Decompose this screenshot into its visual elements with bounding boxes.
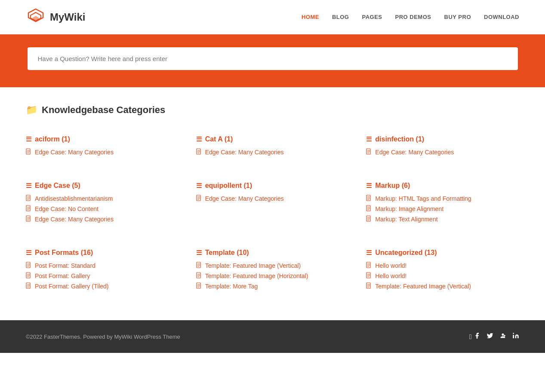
category-items: Hello world! Hello world! Template: Feat… <box>366 262 519 290</box>
nav-home[interactable]: HOME <box>302 14 319 20</box>
list-item: Markup: Text Alignment <box>366 215 519 223</box>
google-plus-icon[interactable] <box>499 332 506 341</box>
list-item: Post Format: Gallery <box>26 272 179 280</box>
logo[interactable]: MyWiki <box>26 7 85 27</box>
doc-icon <box>26 282 31 290</box>
search-bar <box>28 47 518 70</box>
list-item: Template: Featured Image (Vertical) <box>196 262 349 270</box>
doc-icon <box>196 272 202 280</box>
search-input[interactable] <box>38 55 508 62</box>
doc-icon <box>26 205 31 213</box>
list-icon: ☰ <box>366 249 372 257</box>
list-icon: ☰ <box>196 249 202 257</box>
list-item: Template: Featured Image (Vertical) <box>366 282 519 290</box>
doc-icon <box>26 215 31 223</box>
hero-section <box>0 34 545 87</box>
category-block: ☰ Markup (6) Markup: HTML Tags and Forma… <box>366 178 519 227</box>
list-item: Post Format: Gallery (Tiled) <box>26 282 179 290</box>
category-item-link[interactable]: Edge Case: Many Categories <box>35 216 114 223</box>
doc-icon <box>196 282 202 290</box>
category-item-link[interactable]: Edge Case: No Content <box>35 205 99 212</box>
category-item-link[interactable]: Post Format: Gallery <box>35 273 90 279</box>
category-block: ☰ aciform (1) Edge Case: Many Categories <box>26 131 179 160</box>
category-name[interactable]: ☰ Cat A (1) <box>196 135 349 143</box>
list-item: Edge Case: Many Categories <box>196 195 349 202</box>
list-item: Post Format: Standard <box>26 262 179 270</box>
category-item-link[interactable]: Markup: HTML Tags and Formatting <box>375 195 471 202</box>
list-icon: ☰ <box>366 135 372 143</box>
footer-copy: ©2022 FasterThemes. Powered by MyWiki Wo… <box>26 334 180 340</box>
category-item-link[interactable]: Antidisestablishmentarianism <box>35 195 113 202</box>
main-content: 📁 Knowledgebase Categories ☰ aciform (1)… <box>0 87 545 320</box>
main-nav: HOME BLOG PAGES PRO DEMOS BUY PRO DOWNLO… <box>302 14 519 20</box>
list-icon: ☰ <box>26 182 31 190</box>
list-item: Edge Case: Many Categories <box>26 148 179 156</box>
category-name[interactable]: ☰ Edge Case (5) <box>26 182 179 190</box>
category-name[interactable]: ☰ Uncategorized (13) <box>366 249 519 257</box>
site-header: MyWiki HOME BLOG PAGES PRO DEMOS BUY PRO… <box>0 0 545 34</box>
twitter-icon[interactable] <box>486 332 493 341</box>
category-item-link[interactable]: Markup: Text Alignment <box>375 216 437 223</box>
category-name[interactable]: ☰ disinfection (1) <box>366 135 519 143</box>
category-name[interactable]: ☰ Post Formats (16) <box>26 249 179 257</box>
doc-icon <box>366 195 372 202</box>
footer-socials:  <box>469 332 519 341</box>
doc-icon <box>26 195 31 202</box>
list-icon: ☰ <box>366 182 372 190</box>
category-block: ☰ Cat A (1) Edge Case: Many Categories <box>196 131 349 160</box>
list-icon: ☰ <box>196 182 202 190</box>
category-name[interactable]: ☰ aciform (1) <box>26 135 179 143</box>
list-item: Edge Case: Many Categories <box>366 148 519 156</box>
category-block: ☰ disinfection (1) Edge Case: Many Categ… <box>366 131 519 160</box>
section-title: 📁 Knowledgebase Categories <box>26 104 519 116</box>
nav-buy-pro[interactable]: BUY PRO <box>444 14 471 20</box>
category-item-link[interactable]: Post Format: Gallery (Tiled) <box>35 283 108 290</box>
category-name[interactable]: ☰ Markup (6) <box>366 182 519 190</box>
logo-text: MyWiki <box>50 11 85 23</box>
category-item-link[interactable]: Edge Case: Many Categories <box>375 149 454 156</box>
list-item: Hello world! <box>366 272 519 280</box>
doc-icon <box>26 262 31 270</box>
list-icon: ☰ <box>26 135 31 143</box>
logo-icon <box>26 7 46 27</box>
list-icon: ☰ <box>196 135 202 143</box>
category-item-link[interactable]: Edge Case: Many Categories <box>35 149 114 156</box>
category-item-link[interactable]: Template: More Tag <box>205 283 258 290</box>
category-item-link[interactable]: Markup: Image Alignment <box>375 205 443 212</box>
category-items: Edge Case: Many Categories <box>196 148 349 156</box>
category-item-link[interactable]: Template: Featured Image (Vertical) <box>375 283 471 290</box>
nav-pro-demos[interactable]: PRO DEMOS <box>395 14 431 20</box>
category-name[interactable]: ☰ Template (10) <box>196 249 349 257</box>
category-item-link[interactable]: Edge Case: Many Categories <box>205 195 284 202</box>
category-items: Post Format: Standard Post Format: Galle… <box>26 262 179 290</box>
category-item-link[interactable]: Template: Featured Image (Vertical) <box>205 262 301 269</box>
doc-icon <box>366 272 372 280</box>
list-item: Edge Case: No Content <box>26 205 179 213</box>
category-block: ☰ Post Formats (16) Post Format: Standar… <box>26 245 179 294</box>
doc-icon <box>366 262 372 270</box>
category-item-link[interactable]: Post Format: Standard <box>35 262 95 269</box>
nav-download[interactable]: DOWNLOAD <box>484 14 519 20</box>
doc-icon <box>196 262 202 270</box>
category-block: ☰ Edge Case (5) Antidisestablishmentaria… <box>26 178 179 227</box>
nav-blog[interactable]: BLOG <box>332 14 349 20</box>
facebook-icon[interactable]:  <box>469 332 480 341</box>
list-item: Edge Case: Many Categories <box>26 215 179 223</box>
category-item-link[interactable]: Template: Featured Image (Horizontal) <box>205 273 308 279</box>
list-item: Edge Case: Many Categories <box>196 148 349 156</box>
list-icon: ☰ <box>26 249 31 257</box>
category-block: ☰ Uncategorized (13) Hello world! Hello … <box>366 245 519 294</box>
linkedin-icon[interactable] <box>512 332 519 341</box>
svg-point-79 <box>513 333 514 334</box>
categories-grid: ☰ aciform (1) Edge Case: Many Categories… <box>26 131 519 294</box>
category-item-link[interactable]: Edge Case: Many Categories <box>205 149 284 156</box>
category-items: Edge Case: Many Categories <box>26 148 179 156</box>
category-item-link[interactable]: Hello world! <box>375 273 406 279</box>
list-item: Markup: Image Alignment <box>366 205 519 213</box>
doc-icon <box>196 148 202 156</box>
category-name[interactable]: ☰ equipollent (1) <box>196 182 349 190</box>
nav-pages[interactable]: PAGES <box>362 14 382 20</box>
folder-icon: 📁 <box>26 104 37 116</box>
category-block: ☰ equipollent (1) Edge Case: Many Catego… <box>196 178 349 227</box>
category-item-link[interactable]: Hello world! <box>375 262 406 269</box>
